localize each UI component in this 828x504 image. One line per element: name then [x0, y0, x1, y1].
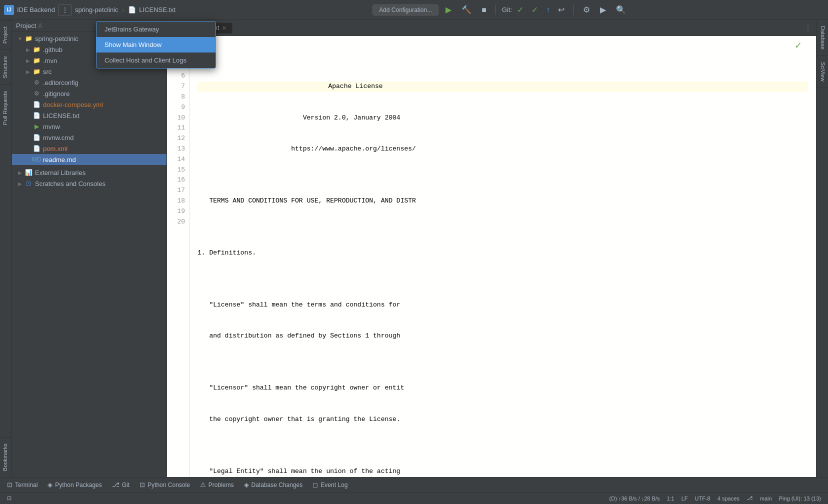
- sidebar-item-pull-requests[interactable]: Pull Requests: [0, 84, 12, 131]
- pom-icon: 📄: [32, 144, 41, 153]
- panel-subtitle: A: [38, 22, 42, 30]
- code-line-6: https://www.apache.org/licenses/: [198, 144, 808, 154]
- status-encoding[interactable]: UTF-8: [692, 496, 714, 502]
- sidebar-item-project[interactable]: Project: [0, 20, 12, 50]
- git-tab-label: Git: [122, 482, 130, 488]
- terminal-icon: ⊡: [7, 481, 12, 488]
- breadcrumb-project[interactable]: spring-petclinic: [75, 6, 118, 14]
- menu-dots-button[interactable]: ⋮: [58, 4, 72, 16]
- docker-label: docker-compose.yml: [43, 101, 103, 108]
- docker-icon: 📄: [32, 100, 41, 109]
- status-position[interactable]: 1:1: [664, 496, 677, 502]
- bottom-tab-terminal[interactable]: ⊡ Terminal: [2, 479, 42, 490]
- status-left-icon[interactable]: ⊡: [4, 495, 14, 502]
- mvnw-cmd-icon: 📄: [32, 133, 41, 142]
- mvnw-label: mvnw: [43, 123, 60, 130]
- add-config-button[interactable]: Add Configuration...: [372, 4, 438, 16]
- ln-13: 15: [171, 165, 185, 176]
- app-name: IDE Backend: [17, 6, 55, 14]
- mvnw-cmd-label: mvnw.cmd: [43, 134, 74, 142]
- context-menu-item-show-main[interactable]: Show Main Window: [96, 37, 216, 52]
- tree-item-pom[interactable]: ▶ 📄 pom.xml: [12, 143, 166, 154]
- breadcrumb-file: 📄: [128, 6, 136, 14]
- side-tabs-panel: Project Structure Pull Requests Bookmark…: [0, 20, 12, 477]
- bottom-tab-python-console[interactable]: ⊡ Python Console: [134, 479, 195, 490]
- status-branch[interactable]: main: [757, 496, 775, 502]
- mvn-folder-icon: 📁: [32, 56, 41, 65]
- bottom-tab-git[interactable]: ⎇ Git: [107, 479, 134, 490]
- ln-17: 19: [171, 206, 185, 217]
- context-menu-item-collect-logs[interactable]: Collect Host and Client Logs: [96, 52, 216, 68]
- context-menu: JetBrains Gateway Show Main Window Colle…: [96, 21, 216, 68]
- git-section: Git: ✓ ✓ ↑ ↩: [502, 4, 568, 16]
- code-line-16: the copyright owner that is granting the…: [198, 414, 808, 425]
- tree-item-docker[interactable]: ▶ 📄 docker-compose.yml: [12, 99, 166, 110]
- title-bar-left: IJ IDE Backend ⋮ spring-petclinic › 📄 LI…: [4, 4, 176, 16]
- ln-14: 16: [171, 175, 185, 186]
- status-branch-icon: ⎇: [744, 495, 756, 502]
- scratches-icon: ⊡: [24, 179, 33, 188]
- problems-icon: ⚠: [200, 481, 206, 488]
- code-line-5: Version 2.0, January 2004: [198, 113, 808, 124]
- project-panel: Project A ⚙ ▼ 📁 spring-petclinic ▶ 📁 .gi…: [12, 20, 167, 477]
- sidebar-item-bookmarks[interactable]: Bookmarks: [0, 437, 12, 477]
- status-bar: ⊡ (D) ↑36 B/s / ↓28 B/s 1:1 LF UTF-8 4 s…: [0, 492, 828, 504]
- git-check1-button[interactable]: ✓: [514, 4, 526, 16]
- git-undo-button[interactable]: ↩: [555, 4, 568, 16]
- tree-item-mvnw-cmd[interactable]: ▶ 📄 mvnw.cmd: [12, 132, 166, 143]
- forward-button[interactable]: ▶: [597, 4, 609, 16]
- code-line-18: "Legal Entity" shall mean the union of t…: [198, 466, 808, 477]
- editorconfig-label: .editorconfig: [43, 79, 78, 86]
- license-label: LICENSE.txt: [43, 112, 80, 120]
- context-menu-item-gateway[interactable]: JetBrains Gateway: [96, 22, 216, 37]
- ln-7: 9: [171, 102, 185, 113]
- right-tab-sciview[interactable]: SciView: [816, 56, 828, 88]
- gitignore-label: .gitignore: [43, 90, 70, 98]
- run-button[interactable]: ▶: [442, 4, 454, 16]
- tree-item-gitignore[interactable]: ▶ ⚙ .gitignore: [12, 88, 166, 99]
- root-folder-icon: 📁: [24, 34, 33, 43]
- event-log-label: Event Log: [320, 482, 348, 488]
- mvn-label: .mvn: [43, 57, 57, 64]
- tree-item-license[interactable]: ▶ 📄 LICENSE.txt: [12, 110, 166, 121]
- root-label: spring-petclinic: [35, 35, 78, 42]
- build-button[interactable]: 🔨: [458, 4, 474, 16]
- code-area[interactable]: Apache License Version 2.0, January 2004…: [190, 36, 816, 477]
- file-tree: ▼ 📁 spring-petclinic ▶ 📁 .github ▶ 📁 .mv…: [12, 32, 166, 477]
- git-check2-button[interactable]: ✓: [528, 4, 541, 16]
- tree-item-mvnw[interactable]: ▶ ▶ mvnw: [12, 121, 166, 132]
- src-folder-icon: 📁: [32, 67, 41, 76]
- tree-item-scratches[interactable]: ▶ ⊡ Scratches and Consoles: [12, 178, 166, 189]
- ln-9: 11: [171, 123, 185, 134]
- bottom-tab-event-log[interactable]: ◻ Event Log: [308, 479, 352, 490]
- panel-title: Project: [16, 22, 36, 30]
- src-label: src: [43, 68, 52, 76]
- tree-item-external-libs[interactable]: ▶ 📊 External Libraries: [12, 167, 166, 178]
- event-log-icon: ◻: [312, 481, 318, 488]
- ln-11: 13: [171, 144, 185, 154]
- tree-item-readme[interactable]: ▶ MD readme.md: [12, 154, 166, 165]
- right-tab-database[interactable]: Database: [816, 20, 828, 56]
- ln-6: 8: [171, 92, 185, 102]
- settings-button[interactable]: ⚙: [580, 4, 593, 16]
- editor-content: 3 4 5 6 7 8 9 10 11 12 13 14 15 16 17 18…: [167, 36, 816, 477]
- sidebar-item-structure[interactable]: Structure: [0, 50, 12, 84]
- gitignore-icon: ⚙: [32, 89, 41, 98]
- root-arrow: ▼: [16, 36, 24, 42]
- main-area: Project Structure Pull Requests Bookmark…: [0, 20, 828, 477]
- tree-item-editorconfig[interactable]: ▶ ⚙ .editorconfig: [12, 77, 166, 88]
- stop-button[interactable]: ■: [478, 4, 490, 16]
- pom-label: pom.xml: [43, 145, 68, 152]
- bottom-tab-db-changes[interactable]: ◈ Database Changes: [239, 479, 308, 490]
- status-indent[interactable]: 4 spaces: [714, 496, 742, 502]
- toolbar-divider-1: [496, 5, 496, 15]
- search-button[interactable]: 🔍: [613, 4, 629, 16]
- git-push-button[interactable]: ↑: [543, 4, 553, 16]
- bottom-tab-python-packages[interactable]: ◈ Python Packages: [42, 479, 106, 490]
- status-ping: Ping (UI): 13 (13): [776, 496, 824, 502]
- status-line-ending[interactable]: LF: [678, 496, 691, 502]
- tab-more-button[interactable]: ⋮: [802, 23, 814, 32]
- bottom-tab-problems[interactable]: ⚠ Problems: [195, 479, 239, 490]
- ln-18: 20: [171, 217, 185, 228]
- tab-close-button[interactable]: ✕: [222, 25, 226, 32]
